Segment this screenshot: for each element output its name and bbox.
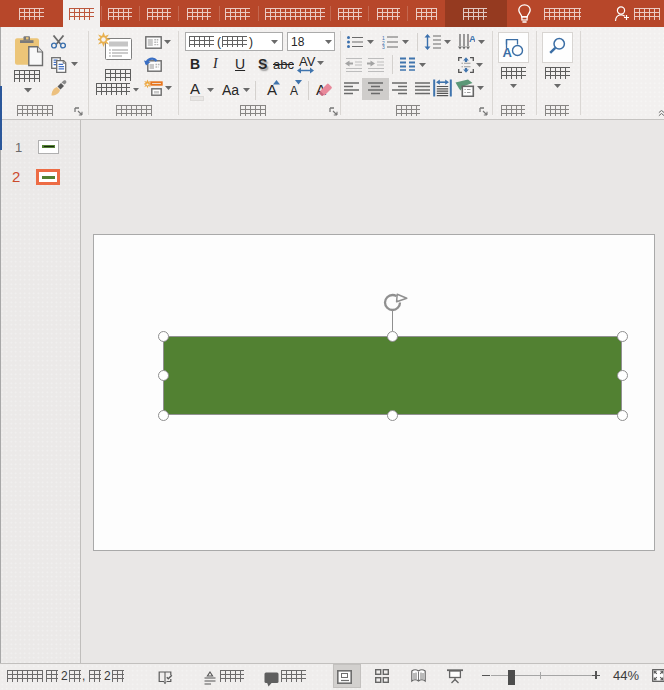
svg-text:A: A — [469, 33, 475, 44]
svg-text:3: 3 — [382, 44, 385, 49]
svg-text:A: A — [503, 45, 513, 59]
